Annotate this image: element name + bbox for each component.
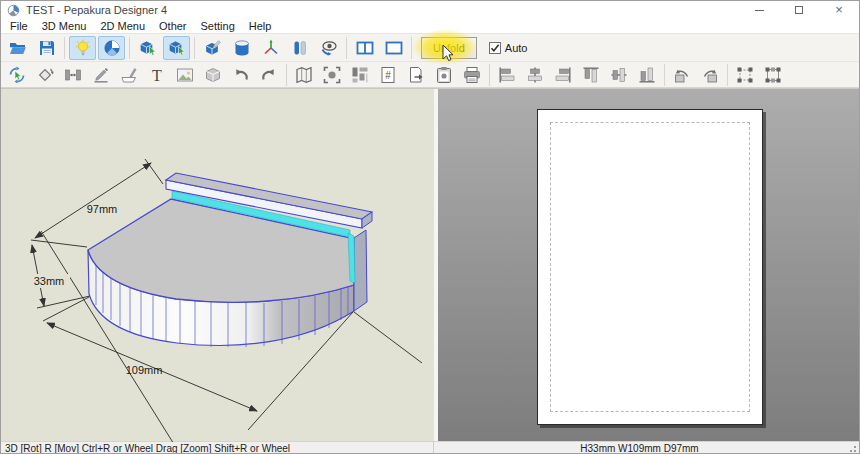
align-right-button[interactable] [550, 64, 576, 86]
rotate-left-button[interactable] [669, 64, 695, 86]
menu-file[interactable]: File [3, 19, 35, 33]
main-area: 97mm 33mm 109mm [1, 88, 859, 441]
page-number-icon: # [379, 66, 397, 84]
dim-front-width-label: 109mm [126, 364, 163, 376]
toggle-light-button[interactable] [69, 36, 96, 60]
split-bars-icon [291, 39, 309, 57]
join-divide-button[interactable] [60, 64, 86, 86]
box-cursor-icon [139, 39, 157, 57]
ungroup-parts-button[interactable] [760, 64, 786, 86]
toolbar-separator [194, 37, 195, 59]
rotate-cw-icon [701, 66, 719, 84]
page-margin-guide [550, 122, 750, 412]
title-bar: TEST - Pepakura Designer 4 × [1, 1, 859, 19]
mirror-view-button[interactable] [286, 36, 313, 60]
layout-both-panes-button[interactable] [351, 36, 378, 60]
menu-3d-menu[interactable]: 3D Menu [35, 19, 94, 33]
rotate-ccw-icon [673, 66, 691, 84]
box-cursor-icon [168, 39, 186, 57]
open-folder-icon [9, 39, 27, 57]
dim-height-label: 33mm [34, 275, 65, 287]
resize-grip[interactable] [845, 442, 859, 454]
group-icon [736, 66, 754, 84]
pepakura-designer-window: TEST - Pepakura Designer 4 × File3D Menu… [0, 0, 860, 454]
redo-button[interactable] [256, 64, 282, 86]
toggle-texture-button[interactable] [98, 36, 125, 60]
edit-line-button[interactable] [88, 64, 114, 86]
menu-help[interactable]: Help [242, 19, 279, 33]
toolbar-separator [346, 37, 347, 59]
align-top-button[interactable] [578, 64, 604, 86]
export-page-button[interactable] [403, 64, 429, 86]
2d-toolbar: T# [1, 61, 859, 88]
two-pane-icon [356, 39, 374, 57]
group-parts-button[interactable] [732, 64, 758, 86]
select-mode-button[interactable] [134, 36, 161, 60]
menu-bar: File3D Menu2D MenuOtherSettingHelp [1, 19, 859, 33]
auto-checkbox-label: Auto [505, 42, 528, 54]
image-icon [176, 66, 194, 84]
toolbar-separator [664, 64, 665, 86]
close-button[interactable]: × [819, 1, 859, 19]
cube-icon [204, 66, 222, 84]
rotate-parts-button[interactable] [32, 64, 58, 86]
toolbar-separator [489, 64, 490, 86]
page-numbers-button[interactable]: # [375, 64, 401, 86]
toolbar-separator [286, 64, 287, 86]
edit-model-button[interactable] [199, 36, 226, 60]
insert-text-button[interactable]: T [144, 64, 170, 86]
show-axes-button[interactable] [257, 36, 284, 60]
minimize-button[interactable] [739, 1, 779, 19]
align-middle-button[interactable] [606, 64, 632, 86]
align-center-button[interactable] [522, 64, 548, 86]
save-icon [38, 39, 56, 57]
paint-face-button[interactable] [116, 64, 142, 86]
maximize-button[interactable] [779, 1, 819, 19]
print-button[interactable] [459, 64, 485, 86]
save-file-button[interactable] [33, 36, 60, 60]
show-box-button[interactable] [200, 64, 226, 86]
fit-to-part-button[interactable] [319, 64, 345, 86]
3d-model-scene: 97mm 33mm 109mm [1, 89, 434, 442]
printer-icon [463, 66, 481, 84]
menu-other[interactable]: Other [152, 19, 194, 33]
menu-2d-menu[interactable]: 2D Menu [93, 19, 152, 33]
checkbox-check-icon [489, 42, 501, 54]
distribute-icon [64, 66, 82, 84]
select-move-mode-button[interactable] [163, 36, 190, 60]
text-icon: T [148, 66, 166, 84]
select-parts-button[interactable] [4, 64, 30, 86]
view-rotate-button[interactable] [315, 36, 342, 60]
undo-button[interactable] [228, 64, 254, 86]
status-bar: 3D [Rot] R [Mov] Ctrl+R or Wheel Drag [Z… [1, 441, 859, 454]
insert-image-button[interactable] [172, 64, 198, 86]
light-bulb-icon [74, 39, 92, 57]
copy-to-clipboard-button[interactable] [431, 64, 457, 86]
layout-single-pane-button[interactable] [380, 36, 407, 60]
svg-text:#: # [385, 70, 391, 81]
rotate-right-button[interactable] [697, 64, 723, 86]
auto-checkbox[interactable]: Auto [489, 42, 528, 54]
open-file-button[interactable] [4, 36, 31, 60]
window-title: TEST - Pepakura Designer 4 [26, 1, 167, 19]
menu-setting[interactable]: Setting [194, 19, 242, 33]
align-bottom-button[interactable] [634, 64, 660, 86]
move-select-icon [8, 66, 26, 84]
texture-sphere-icon [103, 39, 121, 57]
focus-frame-icon [323, 66, 341, 84]
status-hint: 3D [Rot] R [Mov] Ctrl+R or Wheel Drag [Z… [1, 442, 434, 454]
auto-arrange-button[interactable] [347, 64, 373, 86]
box-pen-icon [204, 39, 222, 57]
unfold-button[interactable]: Unfold [421, 37, 477, 59]
align-left-button[interactable] [494, 64, 520, 86]
status-model-size: H33mm W109mm D97mm [434, 442, 845, 454]
main-toolbar: Unfold Auto [1, 33, 859, 61]
toolbar-separator [727, 64, 728, 86]
sheet-overview-button[interactable] [291, 64, 317, 86]
solid-view-button[interactable] [228, 36, 255, 60]
svg-text:T: T [152, 66, 162, 83]
eye-rotate-icon [320, 39, 338, 57]
2d-viewport[interactable] [438, 89, 859, 441]
toolbar-separator [64, 37, 65, 59]
3d-viewport[interactable]: 97mm 33mm 109mm [1, 89, 434, 441]
